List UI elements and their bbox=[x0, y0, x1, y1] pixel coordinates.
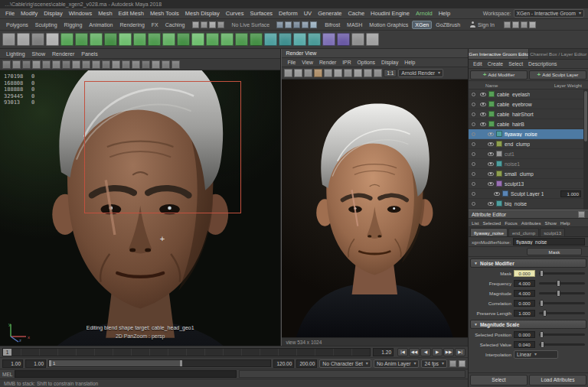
shelf-icon[interactable] bbox=[250, 33, 263, 46]
render-toolbar-icon[interactable] bbox=[374, 69, 382, 77]
shelf-icon[interactable] bbox=[351, 33, 364, 46]
shelf-icon[interactable] bbox=[264, 33, 277, 46]
menu-item[interactable]: Generate bbox=[315, 10, 345, 17]
ae-menu-item[interactable]: Selected bbox=[481, 220, 502, 226]
selection-mask-icon[interactable] bbox=[217, 21, 224, 28]
viewport-toolbar-icon[interactable] bbox=[32, 60, 41, 69]
display-toggle-icon[interactable] bbox=[472, 122, 475, 126]
attribute-slider[interactable] bbox=[539, 292, 585, 294]
shelf-icon[interactable] bbox=[119, 33, 132, 46]
ae-menu-item[interactable]: Attributes bbox=[520, 220, 543, 226]
ae-pin-icon[interactable] bbox=[578, 211, 585, 218]
playback-end-field[interactable]: 120.00 bbox=[273, 359, 294, 368]
transport-button[interactable]: ▶ bbox=[432, 348, 443, 356]
viewport-toolbar-icon[interactable] bbox=[2, 60, 11, 69]
menu-item[interactable]: Arnold bbox=[413, 10, 436, 17]
tab-channel-box[interactable]: Channel Box / Layer Editor bbox=[529, 49, 588, 59]
ae-menu-item[interactable]: Show bbox=[544, 220, 558, 226]
command-language-label[interactable]: MEL bbox=[2, 372, 12, 377]
viewport-canvas[interactable]: 1701980168808018888803294450930130 Editi… bbox=[0, 70, 280, 346]
selected-value-field[interactable]: 0.040 bbox=[514, 341, 535, 348]
shelf-icon[interactable] bbox=[46, 33, 59, 46]
shelf-icon[interactable] bbox=[206, 33, 219, 46]
shelf-tab[interactable]: Motion Graphics bbox=[366, 21, 411, 29]
tree-row[interactable]: small_clump bbox=[469, 169, 588, 179]
slider-thumb[interactable] bbox=[557, 280, 560, 287]
xgen-menu-item[interactable]: Edit bbox=[471, 61, 485, 67]
display-toggle-icon[interactable] bbox=[472, 182, 475, 186]
tree-row[interactable]: noise1 bbox=[469, 159, 588, 169]
tree-scrollbar[interactable] bbox=[583, 89, 588, 210]
shelf-icon[interactable] bbox=[279, 33, 292, 46]
render-toolbar-icon[interactable] bbox=[334, 69, 342, 77]
tree-row[interactable]: cable_eyelash bbox=[469, 89, 588, 99]
anim-end-field[interactable]: 200.00 bbox=[296, 359, 317, 368]
viewport-menu-item[interactable]: Show bbox=[29, 51, 49, 57]
attribute-slider[interactable] bbox=[539, 272, 585, 275]
shelf-icon[interactable] bbox=[148, 33, 161, 46]
ae-node-tab[interactable]: end_clump bbox=[508, 228, 539, 236]
tree-row[interactable]: cable_hairB bbox=[469, 119, 588, 129]
snap-icon[interactable] bbox=[276, 21, 283, 28]
display-toggle-icon[interactable] bbox=[472, 172, 475, 176]
xgen-menu-item[interactable]: Select bbox=[506, 61, 525, 67]
shelf-icon[interactable] bbox=[177, 33, 190, 46]
shelf-tab[interactable]: Polygons bbox=[3, 21, 31, 29]
selected-position-field[interactable]: 0.000 bbox=[514, 331, 535, 338]
viewport-toolbar-icon[interactable] bbox=[152, 60, 160, 69]
menu-item[interactable]: Modify bbox=[18, 10, 41, 17]
current-frame-field[interactable]: 1.20 bbox=[373, 348, 394, 356]
menu-item[interactable]: Display bbox=[41, 10, 66, 17]
visibility-eye-icon[interactable] bbox=[480, 122, 486, 126]
tree-row[interactable]: big_noise bbox=[469, 199, 588, 209]
playback-start-field[interactable]: 1.00 bbox=[25, 359, 46, 368]
render-icon[interactable] bbox=[529, 21, 536, 28]
render-toolbar-icon[interactable] bbox=[364, 69, 372, 77]
viewport-menu-item[interactable]: Panels bbox=[78, 51, 100, 57]
ae-menu-item[interactable]: List bbox=[470, 220, 480, 226]
visibility-eye-icon[interactable] bbox=[488, 162, 494, 166]
slider-thumb[interactable] bbox=[557, 290, 560, 297]
xgen-menu-item[interactable]: Descriptions bbox=[526, 61, 559, 67]
visibility-eye-icon[interactable] bbox=[488, 182, 494, 186]
viewport-toolbar-icon[interactable] bbox=[42, 60, 51, 69]
selection-mask-icon[interactable] bbox=[201, 21, 207, 28]
transport-button[interactable]: |◀ bbox=[397, 348, 408, 356]
anim-start-field[interactable]: 1.00 bbox=[2, 359, 23, 368]
display-toggle-icon[interactable] bbox=[472, 132, 475, 136]
sign-in[interactable]: Sign In bbox=[469, 21, 495, 28]
render-canvas[interactable] bbox=[282, 80, 468, 337]
slider-thumb[interactable] bbox=[543, 310, 547, 317]
menu-item[interactable]: Deform bbox=[276, 10, 301, 17]
snap-icon[interactable] bbox=[302, 21, 309, 28]
render-view-menu-item[interactable]: IPR bbox=[339, 60, 354, 65]
shelf-icon[interactable] bbox=[293, 33, 306, 46]
visibility-eye-icon[interactable] bbox=[480, 112, 486, 116]
tree-row[interactable]: cut1 bbox=[469, 149, 588, 159]
shelf-icon[interactable] bbox=[90, 33, 103, 46]
shelf-tab[interactable]: Sculpting bbox=[32, 21, 60, 29]
command-input[interactable] bbox=[15, 370, 237, 378]
shelf-tab[interactable]: Caching bbox=[162, 21, 188, 29]
render-toolbar-icon[interactable] bbox=[324, 69, 332, 77]
shelf-tab[interactable]: XGen bbox=[412, 21, 432, 29]
current-frame-handle[interactable]: 1 bbox=[3, 349, 11, 356]
viewport-toolbar-icon[interactable] bbox=[12, 60, 21, 69]
fps-dropdown[interactable]: 24 fps bbox=[421, 359, 447, 368]
slider-thumb[interactable] bbox=[540, 270, 544, 277]
shelf-tab[interactable]: Rigging bbox=[61, 21, 86, 29]
shelf-icon[interactable] bbox=[191, 33, 204, 46]
viewport-toolbar-icon[interactable] bbox=[122, 60, 130, 69]
ae-menu-item[interactable]: Help bbox=[559, 220, 572, 226]
render-view-menu-item[interactable]: View bbox=[299, 60, 316, 65]
display-toggle-icon[interactable] bbox=[472, 152, 475, 156]
display-toggle-icon[interactable] bbox=[472, 192, 475, 196]
viewport-toolbar-icon[interactable] bbox=[62, 60, 70, 69]
add-sculpt-layer-button[interactable]: Add Sculpt Layer bbox=[529, 70, 586, 80]
attribute-value-field[interactable]: 1.000 bbox=[514, 310, 535, 317]
attribute-value-field[interactable]: 4.000 bbox=[514, 290, 535, 297]
render-view-menu-item[interactable]: Display bbox=[378, 60, 401, 65]
menu-item[interactable]: Windows bbox=[66, 10, 95, 17]
display-toggle-icon[interactable] bbox=[472, 142, 475, 146]
render-toolbar-icon[interactable] bbox=[314, 69, 322, 77]
